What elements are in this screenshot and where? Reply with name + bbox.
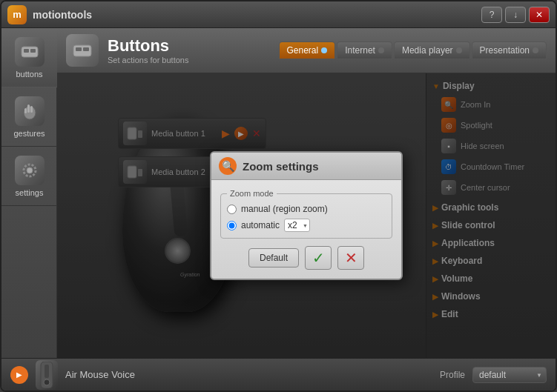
modal-body: Zoom mode manual (region zoom) automatic	[211, 180, 401, 279]
tab-media-dot	[456, 47, 462, 53]
profile-select[interactable]: default profile1 profile2	[472, 367, 547, 383]
sidebar-item-gestures[interactable]: gestures	[1, 87, 57, 147]
main-window: m motiontools ? ↓ ✕ buttons	[0, 0, 557, 392]
svg-point-7	[27, 167, 33, 173]
default-button[interactable]: Default	[248, 248, 299, 268]
xmark-icon: ✕	[345, 249, 357, 267]
gestures-label: gestures	[13, 129, 45, 138]
header-text: Buttons Set actions for buttons	[108, 36, 188, 64]
header-area: Buttons Set actions for buttons General …	[57, 28, 556, 73]
content-area: buttons gestures	[1, 28, 556, 358]
svg-rect-6	[24, 108, 27, 113]
radio-row-auto: automatic x1 x2 x3 x4	[227, 219, 386, 232]
modal-buttons: Default ✓ ✕	[220, 246, 392, 270]
device-icon	[36, 360, 58, 390]
tab-presentation[interactable]: Presentation	[472, 41, 547, 59]
svg-rect-11	[83, 47, 89, 51]
svg-point-17	[44, 379, 50, 385]
svg-rect-1	[24, 49, 29, 53]
main-content: Buttons Set actions for buttons General …	[57, 28, 556, 358]
zoom-select-wrapper: x1 x2 x3 x4	[284, 219, 310, 232]
radio-auto[interactable]	[227, 221, 237, 230]
profile-label: Profile	[440, 370, 465, 380]
app-logo: m	[7, 5, 27, 24]
zoom-select[interactable]: x1 x2 x3 x4	[284, 219, 310, 232]
svg-rect-5	[30, 106, 33, 113]
sidebar-item-buttons[interactable]: buttons	[1, 28, 57, 87]
tab-bar: General Internet Media player Presentati…	[279, 41, 547, 59]
sidebar-item-settings[interactable]: settings	[1, 147, 57, 206]
svg-rect-10	[76, 47, 82, 51]
settings-label: settings	[16, 188, 44, 197]
radio-manual-label: manual (region zoom)	[241, 204, 328, 214]
tab-media-player[interactable]: Media player	[394, 41, 470, 59]
title-bar: m motiontools ? ↓ ✕	[1, 1, 556, 28]
export-button[interactable]: ↓	[505, 7, 526, 23]
play-button[interactable]: ▶	[10, 366, 28, 384]
tab-internet[interactable]: Internet	[337, 41, 392, 59]
device-name: Air Mouse Voice	[65, 369, 432, 380]
modal-title-bar: 🔍 Zoom settings	[211, 153, 401, 180]
svg-rect-18	[45, 365, 49, 378]
profile-select-wrapper: default profile1 profile2	[472, 367, 547, 383]
tab-general[interactable]: General	[279, 41, 336, 59]
tab-presentation-dot	[533, 47, 538, 53]
zoom-mode-fieldset: Zoom mode manual (region zoom) automatic	[220, 189, 392, 239]
page-title: Buttons	[108, 36, 188, 56]
ok-button[interactable]: ✓	[305, 246, 332, 270]
radio-manual[interactable]	[227, 205, 237, 214]
zoom-mode-legend: Zoom mode	[227, 189, 277, 198]
body-area: Gyration Media button 1	[57, 73, 556, 358]
help-button[interactable]: ?	[481, 7, 502, 23]
buttons-icon	[15, 37, 45, 67]
page-subtitle: Set actions for buttons	[108, 56, 188, 64]
modal-icon: 🔍	[219, 157, 237, 175]
tab-internet-dot	[378, 47, 384, 53]
gestures-icon	[15, 96, 45, 126]
modal-title: Zoom settings	[243, 160, 319, 173]
bottom-bar: ▶ Air Mouse Voice Profile default profil…	[1, 358, 556, 391]
tab-general-dot	[321, 47, 327, 53]
header-icon	[66, 34, 99, 67]
app-title: motiontools	[33, 9, 481, 21]
modal-overlay: 🔍 Zoom settings Zoom mode manual (region…	[57, 73, 556, 358]
svg-rect-2	[30, 49, 36, 53]
radio-row-manual: manual (region zoom)	[227, 204, 386, 214]
sidebar: buttons gestures	[1, 28, 57, 358]
settings-icon	[15, 156, 45, 185]
buttons-label: buttons	[16, 70, 42, 79]
checkmark-icon: ✓	[312, 249, 325, 267]
zoom-settings-modal: 🔍 Zoom settings Zoom mode manual (region…	[210, 151, 403, 280]
svg-rect-4	[27, 104, 30, 113]
title-bar-buttons: ? ↓ ✕	[481, 7, 550, 23]
close-button[interactable]: ✕	[529, 7, 550, 23]
radio-auto-label: automatic	[241, 220, 280, 230]
cancel-button[interactable]: ✕	[337, 246, 364, 270]
